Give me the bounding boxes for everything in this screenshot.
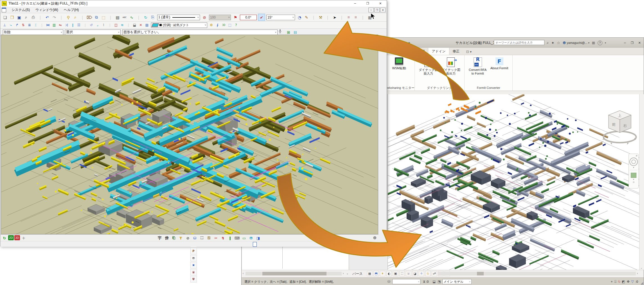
show-crop-icon[interactable]: ⌸ — [406, 271, 411, 276]
maximize-button[interactable]: ❐ — [361, 1, 374, 7]
copy-sheet-icon[interactable]: ⎗ — [171, 235, 177, 241]
tab-addins[interactable]: アドイン — [428, 48, 449, 55]
grid-hash2-icon[interactable]: ⌗ — [352, 14, 359, 21]
line-width-select[interactable]: 100˅ — [209, 15, 231, 20]
print-icon[interactable]: ⎙ — [30, 14, 37, 21]
mdi-close-button[interactable]: ✕ — [380, 8, 386, 12]
toolbar-separator[interactable]: ∣ — [107, 14, 114, 21]
viewcube-front-label[interactable]: 前 — [612, 122, 616, 127]
scroll-down-icon[interactable]: ⌄ — [346, 272, 348, 275]
shadows-icon[interactable]: ◐ — [386, 271, 392, 276]
toolbar-separator[interactable]: ∣ — [107, 23, 113, 28]
clean-icon[interactable]: ⌦ — [86, 14, 93, 21]
redo-icon[interactable]: ↷ — [51, 14, 58, 21]
dimension-style-icon[interactable]: 傍 — [164, 235, 170, 241]
viewcube-top-label[interactable]: 上 — [618, 113, 622, 118]
menu-system[interactable]: システム(S) — [9, 7, 32, 13]
shield-icon[interactable]: ⛨ — [190, 276, 197, 282]
active-workset-select[interactable]: ˅ — [392, 279, 420, 284]
open-file-icon[interactable]: ❒ — [9, 14, 15, 21]
scroll-left-icon[interactable]: ‹ — [243, 272, 244, 275]
select-pinned-icon[interactable]: ⍉ — [618, 280, 620, 284]
flow-arrows-icon[interactable]: ⇋ — [57, 23, 63, 28]
wsm-launch-button[interactable]: WSM起動 — [388, 57, 411, 70]
design-options-select[interactable]: メイン モデル˅ — [442, 279, 472, 284]
sleeve-icon[interactable]: ◫ — [113, 23, 119, 28]
tank-icon[interactable]: ⛃ — [248, 235, 254, 241]
text-abc-icon[interactable]: ABC — [121, 14, 128, 21]
angle-input[interactable]: 0.0° — [240, 15, 257, 20]
toolbar-separator[interactable]: ∣ — [324, 14, 331, 21]
snap-angle-toggle-icon[interactable]: ✔ — [258, 14, 265, 21]
rotate-fitting-icon[interactable]: ↺ — [88, 23, 94, 28]
view-scale-label[interactable]: パース — [352, 271, 363, 276]
viewcube[interactable]: ◢◣◥◤ 上 前 右 — [600, 106, 639, 151]
qat-layout-icon[interactable]: ❒ — [395, 41, 398, 45]
link-refresh-icon[interactable]: ↻ — [142, 14, 149, 21]
qat-dropdown-icon[interactable]: ▾ — [400, 41, 402, 45]
db-icon[interactable]: ⛃ — [190, 255, 197, 261]
equipment-icon[interactable]: ⬓ — [132, 23, 138, 28]
chevron-down-icon[interactable]: ▾ — [605, 42, 606, 44]
layer-select[interactable]: [空調] : 給気ダクト ˅ — [151, 23, 207, 28]
revit-hscrollbar[interactable] — [438, 272, 636, 275]
text-note-icon[interactable]: ▤ — [114, 14, 121, 21]
rotate-view-icon[interactable]: ↻ — [1, 235, 8, 241]
key-icon[interactable]: ⚿ — [206, 235, 212, 241]
toolbar-separator[interactable]: ∣ — [39, 23, 45, 28]
copy-area-icon[interactable]: ⧉ — [93, 14, 100, 21]
revit-search-input[interactable] — [494, 40, 544, 45]
daitec-import-button[interactable]: ➜ ダイテック図面入力 — [418, 57, 439, 75]
view-3d-button[interactable]: 3D — [14, 235, 20, 240]
duct-branch-icon[interactable]: ↱ — [14, 23, 20, 28]
help-icon[interactable]: ? — [598, 41, 602, 45]
editable-only-icon[interactable]: ⧗ — [423, 280, 425, 284]
visual-style-icon[interactable]: ⬒ — [373, 271, 379, 276]
bolt-icon[interactable]: ↯ — [220, 235, 226, 241]
compass-globe-icon[interactable]: ⊛ — [373, 235, 377, 240]
save-icon[interactable]: ▣ — [16, 14, 22, 21]
scroll-left-icon[interactable]: ‹ — [435, 272, 436, 275]
attribute-search-icon[interactable]: ⚙ — [208, 23, 214, 28]
half-view-icon[interactable]: ◨ — [255, 235, 261, 241]
line-type-select[interactable]: 1 (通常)˅ — [157, 15, 200, 20]
chevron-down-icon[interactable]: ▼ — [633, 167, 635, 169]
weld-mark-icon[interactable]: ✕ — [138, 23, 144, 28]
grid-hash-icon[interactable]: ⌗ — [345, 14, 352, 21]
hammer-icon[interactable]: ⚒ — [317, 14, 324, 21]
command-prompt-field[interactable]: 図形を選択して下さい。˅ — [122, 30, 278, 35]
scroll-down-icon[interactable]: ⌄ — [640, 266, 643, 269]
help-mode-icon[interactable]: ? — [233, 23, 239, 28]
view-2d-button[interactable]: 2D — [8, 235, 14, 240]
parts-p-icon[interactable]: P — [190, 248, 197, 254]
worksets-icon[interactable]: ⛁ — [388, 280, 390, 284]
daitec-export-button[interactable]: ➜ ダイテック図面出力 — [440, 57, 461, 75]
about-formit-button[interactable]: F About FormIt — [489, 57, 510, 70]
tfas-title-bar[interactable]: Ta Tfas11 - [サカエビル(建築＋設備) FULL_7F.tfs (3… — [0, 0, 387, 7]
pen-off-icon[interactable]: ⊘ — [201, 14, 208, 21]
viewcube-right-label[interactable]: 右 — [623, 124, 627, 128]
select-underlay-icon[interactable]: ⍓ — [614, 280, 616, 284]
toolbar-separator[interactable]: ∣ — [79, 14, 86, 21]
menu-window[interactable]: ウィンドウ(W) — [33, 7, 61, 13]
scroll-right-icon[interactable]: › — [637, 272, 638, 275]
minimize-button[interactable]: ─ — [349, 1, 361, 7]
mdi-minimize-button[interactable]: ─ — [368, 8, 374, 12]
hanger-icon[interactable]: ⌇ — [101, 23, 107, 28]
qat-more-icon[interactable]: ▾ — [408, 41, 410, 45]
document-window-icon[interactable] — [2, 8, 6, 12]
duct-riser-icon[interactable]: ⇅ — [20, 23, 26, 28]
revit-3d-view[interactable]: ◢◣◥◤ 上 前 右 ⊗ ▼ ▼ ⊖ — [388, 94, 639, 270]
minimize-button[interactable]: ─ — [622, 40, 628, 46]
qat-restore-icon[interactable]: ❐ — [390, 41, 393, 45]
resize-grip[interactable]: ◢ — [641, 281, 643, 285]
duct-crossing-icon[interactable]: ⤨ — [64, 23, 69, 28]
duct-joint-icon[interactable]: ⋈ — [45, 23, 51, 28]
duct-straight-icon[interactable]: ⊥ — [2, 23, 8, 28]
crop-view-icon[interactable]: ⛶ — [399, 271, 405, 276]
document-tab-icon[interactable] — [253, 242, 257, 247]
toolbar-separator[interactable]: ∣ — [359, 14, 366, 21]
cylinder-icon[interactable]: ⛁ — [192, 235, 198, 241]
damper-icon[interactable]: ▥ — [51, 23, 57, 28]
toolbar-separator[interactable]: ∣ — [82, 23, 88, 28]
